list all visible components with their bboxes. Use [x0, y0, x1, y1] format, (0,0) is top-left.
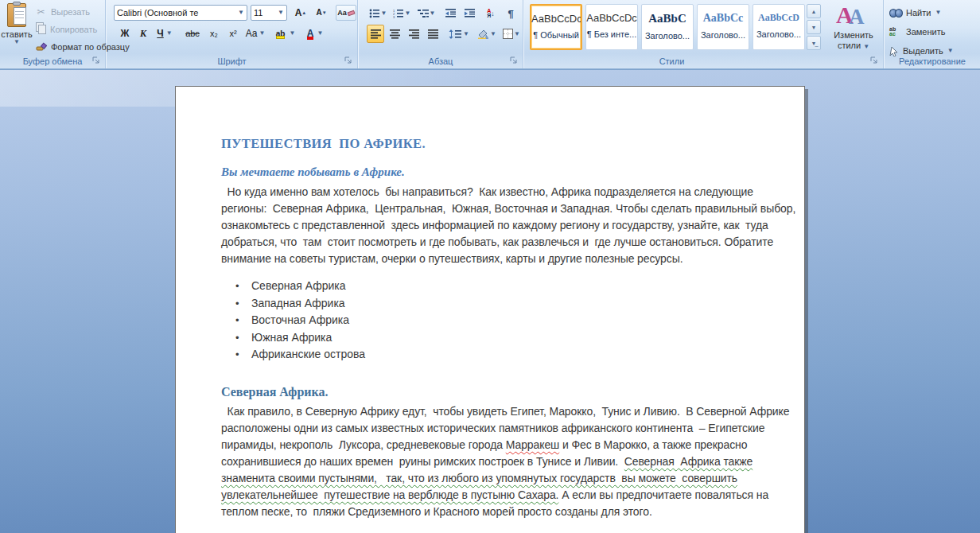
superscript-button[interactable]: x² [224, 25, 242, 42]
editing-group-label: Редактирование [885, 56, 980, 66]
ribbon-home-tab-panel: ставить ▼ ✂ Вырезать Копировать Формат п… [0, 0, 980, 69]
cut-label: Вырезать [51, 7, 90, 17]
multilevel-list-button[interactable]: ▼ [414, 5, 438, 22]
clipboard-group-label: Буфер обмена [0, 56, 105, 66]
find-button[interactable]: Найти ▼ [889, 6, 941, 20]
cut-button[interactable]: ✂ Вырезать [35, 4, 90, 19]
italic-button[interactable]: К [135, 25, 151, 42]
document-page[interactable]: ПУТЕШЕСТВИЯ ПО АФРИКЕ. Вы мечтаете побыв… [175, 86, 805, 533]
increase-indent-icon [465, 9, 475, 18]
font-name-combobox[interactable]: Calibri (Основной те ▼ [114, 5, 247, 21]
text-line: увлекательнейшее путешествие на верблюде… [221, 487, 804, 504]
align-right-icon [409, 29, 419, 39]
numbered-list-button[interactable]: 123 ▼ [391, 5, 413, 22]
style-card-heading3[interactable]: AaBbCcD Заголово... [752, 4, 805, 50]
paste-clipboard-icon [7, 3, 26, 27]
paragraph-group-label: Абзац [359, 56, 523, 66]
font-name-value: Calibri (Основной те [117, 8, 198, 18]
highlight-button[interactable]: ab ▼ [272, 25, 299, 42]
style-card-heading2[interactable]: AaBbCc Заголово... [697, 4, 749, 50]
text-line: пирамиды, некрополь Луксора, средневеков… [221, 437, 804, 453]
borders-button[interactable]: ▼ [500, 25, 523, 43]
shrink-font-button[interactable]: А▼ [312, 5, 331, 21]
style-card-normal[interactable]: АаBbCcDc ¶ Обычный [530, 4, 582, 50]
paragraph-group: ▼ 123 ▼ ▼ А Я ↓ ¶ [359, 0, 523, 68]
change-styles-icon: AA [825, 3, 882, 30]
clear-formatting-button[interactable]: Аа [336, 5, 356, 21]
eraser-icon [347, 10, 355, 16]
text-line: добраться, что там стоит посмотреть и гд… [221, 234, 804, 251]
copy-button[interactable]: Копировать [35, 21, 97, 37]
select-arrow-icon [889, 46, 899, 56]
font-color-bar [307, 37, 314, 40]
align-right-button[interactable] [405, 25, 422, 43]
paste-dropdown-arrow[interactable]: ▼ [0, 39, 33, 45]
text-line: знаменита своими пустынями, так, что из … [221, 470, 804, 487]
grow-font-button[interactable]: А▲ [291, 5, 310, 21]
subscript-button[interactable]: x₂ [205, 25, 223, 42]
text-line: Но куда именно вам хотелось бы направить… [221, 184, 804, 200]
align-left-button[interactable] [367, 25, 384, 43]
style-card-heading1[interactable]: AaBbC Заголово... [641, 4, 694, 50]
font-size-value: 11 [254, 8, 262, 18]
bullet-list-button[interactable]: ▼ [367, 5, 389, 22]
document-workspace[interactable]: ПУТЕШЕСТВИЯ ПО АФРИКЕ. Вы мечтаете побыв… [0, 70, 980, 533]
borders-icon [503, 29, 513, 39]
section-heading: Северная Африка. [221, 385, 804, 399]
justify-button[interactable] [424, 25, 441, 43]
scissors-icon: ✂ [35, 7, 47, 17]
find-label: Найти [906, 8, 931, 18]
styles-group-label: Стили [524, 56, 819, 66]
align-center-button[interactable] [386, 25, 403, 43]
clipboard-dialog-launcher[interactable] [92, 56, 101, 65]
replace-icon: abас [889, 27, 902, 37]
styles-dialog-launcher[interactable] [870, 56, 879, 65]
styles-scroll-up-button[interactable]: ▲ [807, 4, 821, 18]
decrease-indent-button[interactable] [441, 5, 459, 22]
document-title: ПУТЕШЕСТВИЯ ПО АФРИКЕ. [221, 136, 804, 152]
styles-gallery-scroll: ▲ ▼ ▼̲ [807, 4, 821, 50]
align-center-icon [390, 29, 400, 39]
text-line: сохранившиеся до наших времен руины римс… [221, 453, 804, 470]
list-item: Северная Африка [235, 278, 804, 295]
bullet-list-icon [369, 9, 379, 18]
list-item: Африканские острова [235, 346, 804, 364]
font-group: Calibri (Основной те ▼ 11 ▼ А▲ А▼ Аа Ж К… [107, 0, 358, 68]
styles-scroll-down-button[interactable]: ▼ [807, 20, 821, 34]
region-bullet-list: Северная АфрикаЗападная АфрикаВосточная … [235, 278, 804, 364]
shading-button[interactable]: ▼ [475, 25, 499, 43]
style-card-no-spacing[interactable]: АаBbCcDc ¶ Без инте... [585, 4, 638, 50]
paste-button[interactable]: ставить ▼ [0, 2, 33, 53]
shading-paint-bucket-icon [477, 29, 488, 39]
text-line: регионы: Северная Африка, Центральная, Ю… [221, 200, 804, 217]
change-case-button[interactable]: Аа▼ [243, 25, 267, 42]
replace-button[interactable]: abас Заменить [889, 25, 945, 39]
strikethrough-button[interactable]: abc [181, 25, 204, 42]
font-dialog-launcher[interactable] [344, 56, 353, 65]
replace-label: Заменить [906, 27, 945, 37]
list-item: Южная Африка [235, 329, 804, 347]
sort-button[interactable]: А Я ↓ [481, 5, 500, 22]
svg-text:3: 3 [393, 15, 395, 18]
list-item: Западная Африка [235, 295, 804, 313]
underline-button[interactable]: Ч▼ [153, 25, 177, 42]
decrease-indent-icon [445, 9, 456, 18]
clipboard-group: ставить ▼ ✂ Вырезать Копировать Формат п… [0, 0, 106, 68]
word-window: ставить ▼ ✂ Вырезать Копировать Формат п… [0, 0, 980, 533]
select-label: Выделить [903, 46, 943, 56]
multilevel-list-icon [418, 9, 429, 18]
font-group-label: Шрифт [107, 56, 357, 66]
change-styles-button[interactable]: AA Изменить стили ▼ [825, 3, 882, 54]
font-color-button[interactable]: А ▼ [302, 25, 328, 42]
styles-gallery-more-button[interactable]: ▼̲ [807, 36, 821, 50]
bold-button[interactable]: Ж [116, 25, 134, 42]
increase-indent-button[interactable] [461, 5, 478, 22]
copy-label: Копировать [50, 25, 97, 34]
intro-paragraph: Но куда именно вам хотелось бы направить… [221, 184, 804, 267]
paragraph-dialog-launcher[interactable] [510, 56, 519, 65]
font-size-combobox[interactable]: 11 ▼ [251, 5, 287, 21]
text-line: теплом песке, то пляжи Средиземного и Кр… [221, 504, 804, 520]
show-paragraph-marks-button[interactable]: ¶ [502, 5, 519, 22]
line-spacing-button[interactable]: ▼ [446, 25, 472, 43]
styles-group: АаBbCcDc ¶ Обычный АаBbCcDc ¶ Без инте..… [524, 0, 884, 68]
